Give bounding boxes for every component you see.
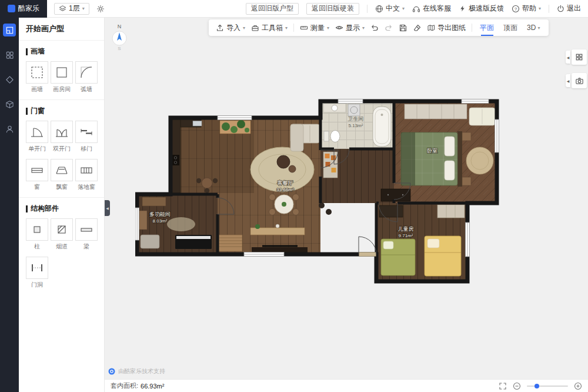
zoom-slider[interactable]: [527, 386, 568, 387]
tool-single-door[interactable]: 单开门: [26, 121, 48, 153]
tool-flue[interactable]: 烟道: [51, 218, 73, 251]
map-icon: [427, 24, 435, 32]
entry-steps[interactable]: [219, 235, 242, 251]
tool-floor-window[interactable]: 落地窗: [75, 159, 98, 191]
online-service-button[interactable]: 在线客服: [412, 4, 451, 14]
camera-panel-toggle[interactable]: ◀: [566, 73, 587, 88]
back-old-floorplan-button[interactable]: 返回旧版户型: [246, 3, 299, 15]
compass: N S: [111, 22, 128, 52]
chevron-down-icon: ▾: [285, 25, 288, 31]
topbar-right: 返回旧版户型 返回旧版硬装 中文 ▾ 在线客服 极速版反馈 ? 帮助 ▾: [246, 3, 588, 15]
sidebar-item-models[interactable]: [3, 98, 16, 111]
column-icon: [29, 222, 45, 237]
tab-ceiling[interactable]: 顶面: [502, 19, 519, 36]
tool-draw-wall[interactable]: 画墙: [26, 61, 48, 94]
language-menu[interactable]: 中文 ▾: [375, 4, 405, 14]
floorplan[interactable]: 客餐厅 33.66m² 卧室 儿童房 9.71m² 多功能间 8.03m² 卫生…: [135, 96, 501, 293]
fit-view-icon[interactable]: [499, 382, 507, 390]
tool-beam[interactable]: 梁: [75, 218, 98, 251]
exit-button[interactable]: 退出: [557, 4, 581, 14]
app-logo: 酷家乐: [0, 0, 47, 18]
tool-draw-room[interactable]: 画房间: [51, 61, 73, 94]
divider: [293, 24, 294, 32]
tab-ceiling-label: 顶面: [503, 23, 517, 33]
export-drawings-button[interactable]: 导出图纸: [427, 23, 466, 33]
section-title: 结构部件: [26, 204, 97, 214]
tab-3d[interactable]: 3D ▾: [525, 19, 542, 36]
back-old-hardfit-button[interactable]: 返回旧版硬装: [306, 3, 359, 15]
apps-grid-icon: [5, 51, 14, 59]
sidebar-item-floorplan[interactable]: [3, 24, 16, 36]
diamond-icon: [5, 75, 14, 84]
help-button[interactable]: ? 帮助 ▾: [512, 4, 541, 14]
tool-window[interactable]: 窗: [26, 159, 48, 191]
tool-sliding-door[interactable]: 移门: [75, 121, 98, 153]
feedback-label: 极速版反馈: [469, 4, 504, 14]
sidebar-item-apps[interactable]: [3, 48, 16, 61]
room-label: 客餐厅: [278, 180, 293, 186]
import-icon: [216, 24, 224, 32]
sliding-door-icon: [79, 124, 94, 139]
tool-column[interactable]: 柱: [26, 218, 48, 251]
toolbox-button[interactable]: 工具箱 ▾: [251, 23, 288, 33]
room-label: 儿童房: [398, 226, 414, 232]
draw-room-icon: [54, 65, 69, 80]
divider: [19, 99, 104, 100]
tool-arc-wall[interactable]: 弧墙: [75, 61, 98, 94]
room-area-label: 33.66m²: [276, 187, 294, 192]
floor-selector[interactable]: 1层 ▾: [54, 3, 89, 15]
tool-bay-window[interactable]: 飘窗: [51, 159, 73, 191]
feedback-button[interactable]: 极速版反馈: [459, 4, 504, 14]
tab-plan-label: 平面: [480, 23, 494, 33]
toolbox-icon: [251, 24, 259, 32]
tool-double-door[interactable]: 双开门: [51, 121, 73, 153]
arc-wall-icon: [79, 65, 94, 80]
interior-area-value: 66.93m²: [141, 383, 164, 390]
sidebar-item-materials[interactable]: [3, 73, 16, 86]
chevron-down-icon: ▾: [402, 6, 405, 11]
window-icon: [29, 162, 45, 178]
measure-label: 测量: [310, 23, 325, 33]
measure-button[interactable]: 测量 ▾: [300, 23, 329, 33]
import-button[interactable]: 导入 ▾: [216, 23, 245, 33]
tool-door-opening[interactable]: 门洞: [26, 257, 48, 289]
panel-title: 开始画户型: [26, 24, 97, 34]
eye-icon: [335, 24, 343, 32]
topbar: 酷家乐 1层 ▾ 返回旧版户型 返回旧版硬装 中文 ▾ 在线客服: [0, 0, 588, 18]
redo-button[interactable]: [385, 24, 393, 32]
zoom-in-button[interactable]: [574, 382, 582, 390]
settings-button[interactable]: [96, 5, 105, 13]
redo-icon: [385, 24, 393, 32]
logo-text: 酷家乐: [18, 4, 39, 14]
display-button[interactable]: 显示 ▾: [335, 23, 365, 33]
room-label: 多功能间: [149, 211, 171, 217]
plants[interactable]: [220, 120, 250, 134]
eraser-button[interactable]: [413, 24, 421, 32]
save-button[interactable]: [399, 24, 407, 32]
compass-north-label: N: [118, 24, 122, 29]
divider: [367, 5, 368, 13]
room-label: 卧室: [427, 148, 437, 154]
gear-icon: [96, 5, 105, 13]
app-root: 酷家乐 1层 ▾ 返回旧版户型 返回旧版硬装 中文 ▾ 在线客服: [0, 0, 588, 392]
chevron-down-icon: ▾: [327, 25, 329, 31]
sidebar-item-profile[interactable]: [3, 122, 16, 135]
undo-icon: [370, 24, 379, 32]
components-grid-icon: [575, 53, 583, 61]
undo-button[interactable]: [370, 24, 379, 32]
flue-icon: [54, 222, 69, 237]
chevron-down-icon: ▾: [537, 25, 540, 31]
sidebar: [0, 18, 19, 392]
zoom-out-button[interactable]: [513, 382, 521, 390]
door-opening-icon: [29, 260, 45, 275]
zoom-slider-handle[interactable]: [534, 384, 539, 388]
components-panel-toggle[interactable]: ◀: [566, 49, 587, 65]
collapse-arrow-icon: ◀: [566, 51, 570, 64]
status-bar: 套内面积: 66.93m²: [105, 379, 588, 392]
entrance-threshold: [359, 253, 376, 257]
toolbox-label: 工具箱: [262, 23, 283, 33]
cube-icon: [5, 100, 14, 109]
panel-collapse-toggle[interactable]: ◀: [105, 200, 110, 216]
tab-plan[interactable]: 平面: [478, 19, 496, 36]
divider: [19, 197, 104, 198]
